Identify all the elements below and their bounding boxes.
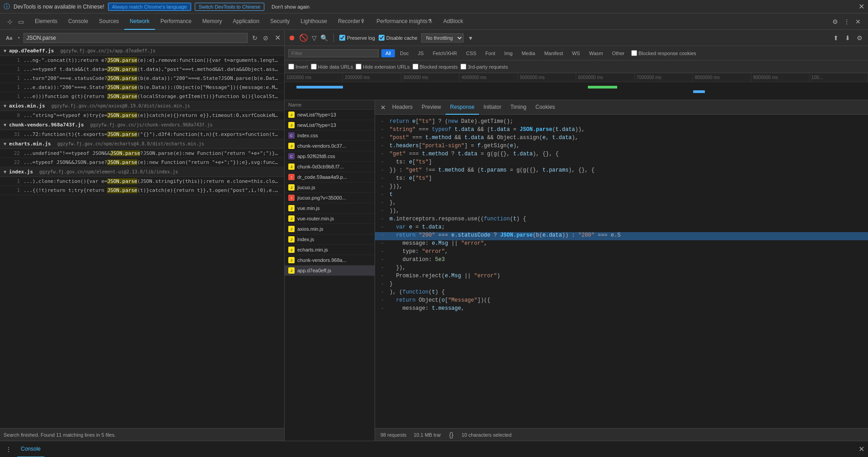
match-line[interactable]: 1 ...),clone:function(){var e=JSON.parse… xyxy=(0,177,284,186)
invert-checkbox[interactable]: Invert xyxy=(288,64,308,70)
filter-input[interactable] xyxy=(288,49,379,57)
blocked-resp-checkbox[interactable]: Blocked response cookies xyxy=(631,50,696,56)
inspect-icon[interactable]: ⊹ xyxy=(5,17,14,26)
list-item[interactable]: J vue.min.js xyxy=(285,203,375,214)
tab-elements[interactable]: Elements xyxy=(29,14,63,30)
list-item[interactable]: J axios.min.js xyxy=(285,224,375,234)
match-line[interactable]: 31 ...72:function(t){t.exports=JSON.pars… xyxy=(0,130,284,139)
filter-media-btn[interactable]: Media xyxy=(517,49,539,57)
list-item[interactable]: C index.css xyxy=(285,131,375,141)
throttle-arrow-icon[interactable]: ▾ xyxy=(467,33,474,43)
file-header-app[interactable]: ▼ app.d7ea0eff.js ggzyfw.fj.gov.cn/js/ap… xyxy=(0,46,284,56)
tab-application[interactable]: Application xyxy=(227,14,265,30)
blocked-req-checkbox[interactable]: Blocked requests xyxy=(413,64,458,70)
hide-data-urls-checkbox[interactable]: Hide data URLs xyxy=(311,64,353,70)
list-item[interactable]: J index.js xyxy=(285,234,375,245)
close-search-icon[interactable]: ✕ xyxy=(275,33,281,42)
list-item[interactable]: J newList/?type=13 xyxy=(285,110,375,120)
close-notif-icon[interactable]: ✕ xyxy=(859,2,864,11)
case-sensitive-btn[interactable]: Aa xyxy=(4,34,14,42)
record-btn[interactable]: ⏺ xyxy=(288,34,296,42)
list-item[interactable]: J echarts.min.js xyxy=(285,245,375,255)
switch-devtools-btn[interactable]: Switch DevTools to Chinese xyxy=(195,3,264,11)
match-line[interactable]: 1 ...==typeof t.data&&(t.data=JSON.parse… xyxy=(0,65,284,74)
list-item[interactable]: C app.92f62fd8.css xyxy=(285,151,375,162)
tab-network[interactable]: Network xyxy=(124,14,155,30)
code-dash: - xyxy=(379,208,386,216)
filter-ws-btn[interactable]: WS xyxy=(568,49,584,57)
list-item[interactable]: J chunk-0d3cb9b8.f7... xyxy=(285,162,375,172)
close-response-icon[interactable]: ✕ xyxy=(379,102,388,113)
list-item[interactable]: J chunk-vendors.968a... xyxy=(285,255,375,266)
rtab-cookies[interactable]: Cookies xyxy=(531,100,559,115)
dont-show-btn[interactable]: Don't show again xyxy=(268,3,313,10)
tab-console[interactable]: Console xyxy=(63,14,94,30)
console-toggle-icon[interactable]: ⋮ xyxy=(4,444,14,455)
list-item[interactable]: J newList/?type=13 xyxy=(285,120,375,131)
tab-recorder[interactable]: Recorder 🎙 xyxy=(333,14,371,30)
rtab-preview[interactable]: Preview xyxy=(417,100,446,115)
list-item[interactable]: J jiucuo.js xyxy=(285,182,375,193)
format-json-btn[interactable]: {} xyxy=(448,430,454,439)
file-header-echarts[interactable]: ▼ echarts.min.js ggzyfw.fj.gov.cn/npm/ec… xyxy=(0,139,284,149)
list-item[interactable]: I jiucuo.png?v=35000... xyxy=(285,193,375,203)
list-item[interactable]: I dr_code.59aaa4a9.p... xyxy=(285,172,375,182)
refresh-search-icon[interactable]: ↻ xyxy=(251,33,258,42)
search-input[interactable] xyxy=(23,33,248,43)
file-header-chunk[interactable]: ▼ chunk-vendors.968a743f.js ggzyfw.fj.go… xyxy=(0,120,284,130)
export-har-icon[interactable]: ⬇ xyxy=(843,33,852,43)
filter-css-btn[interactable]: CSS xyxy=(462,49,480,57)
list-item[interactable]: J vue-router.min.js xyxy=(285,214,375,224)
match-line[interactable]: 1 ...turn"200"===e.statusCode?JSON.parse… xyxy=(0,74,284,83)
filter-wasm-btn[interactable]: Wasm xyxy=(585,49,607,57)
rtab-timing[interactable]: Timing xyxy=(506,100,531,115)
file-header-axios[interactable]: ▼ axios.min.js ggzyfw.fj.gov.cn/npm/axio… xyxy=(0,101,284,111)
rtab-headers[interactable]: Headers xyxy=(388,100,417,115)
tab-memory[interactable]: Memory xyxy=(197,14,227,30)
tab-perf-insights[interactable]: Performance insights ⚗ xyxy=(371,14,438,30)
rtab-response[interactable]: Response xyxy=(446,100,479,115)
more-tabs-icon[interactable]: ⋮ xyxy=(842,16,852,27)
always-match-btn[interactable]: Always match Chrome's language xyxy=(108,3,191,11)
filter-img-btn[interactable]: Img xyxy=(500,49,516,57)
list-item-active[interactable]: J app.d7ea0eff.js xyxy=(285,266,375,276)
preserve-log-checkbox[interactable]: Preserve log xyxy=(339,35,375,41)
settings-icon[interactable]: ⚙ xyxy=(830,16,840,27)
third-party-checkbox[interactable]: 3rd-party requests xyxy=(460,64,508,70)
filter-js-btn[interactable]: JS xyxy=(414,49,428,57)
match-line[interactable]: 8 ..."string"==typeof e)try{e=JSON.parse… xyxy=(0,111,284,120)
file-header-index[interactable]: ▼ index.js ggzyfw.fj.gov.cn/npm/element-… xyxy=(0,167,284,177)
match-line[interactable]: 1 ...e)))function g(t){return JSON.parse… xyxy=(0,92,284,101)
filter-fetch-btn[interactable]: Fetch/XHR xyxy=(429,49,461,57)
clear-log-btn[interactable]: 🚫 xyxy=(299,33,308,42)
tab-performance[interactable]: Performance xyxy=(155,14,197,30)
filter-manifest-btn[interactable]: Manifest xyxy=(540,49,567,57)
tab-sources[interactable]: Sources xyxy=(94,14,124,30)
hide-ext-urls-checkbox[interactable]: Hide extension URLs xyxy=(356,64,409,70)
rtab-initiator[interactable]: Initiator xyxy=(479,100,506,115)
filter-other-btn[interactable]: Other xyxy=(608,49,629,57)
clear-search-icon[interactable]: ⊘ xyxy=(262,33,269,42)
filter-toggle-btn[interactable]: ▽ xyxy=(312,34,317,42)
device-icon[interactable]: ▭ xyxy=(16,17,26,26)
tab-lighthouse[interactable]: Lighthouse xyxy=(295,14,333,30)
match-line[interactable]: 1 ...e.data)):"200"===e.State?JSON.parse… xyxy=(0,83,284,92)
match-line[interactable]: 1 ...{(!t)return t;try{return JSON.parse… xyxy=(0,186,284,195)
search-network-btn[interactable]: 🔍 xyxy=(320,34,328,42)
import-har-icon[interactable]: ⬆ xyxy=(831,33,840,43)
filter-all-btn[interactable]: All xyxy=(381,49,395,57)
tab-adblock[interactable]: AdBlock xyxy=(438,14,469,30)
net-settings-icon[interactable]: ⚙ xyxy=(855,33,864,43)
tab-security[interactable]: Security xyxy=(265,14,295,30)
close-devtools-icon[interactable]: ✕ xyxy=(854,16,863,27)
disable-cache-checkbox[interactable]: Disable cache xyxy=(379,35,418,41)
match-line[interactable]: 1 ...ng-".concat(t));return e?JSON.parse… xyxy=(0,56,284,65)
match-line[interactable]: 22 ...undefined"!==typeof JSON&&JSON.par… xyxy=(0,149,284,158)
match-line[interactable]: 22 ...=typeof JSON&&JSON.parse?JSON.pars… xyxy=(0,158,284,167)
list-item[interactable]: J chunk-vendors.0c37... xyxy=(285,141,375,151)
tab-console-bottom[interactable]: Console xyxy=(17,441,44,457)
throttle-select[interactable]: No throttling xyxy=(421,33,464,42)
filter-font-btn[interactable]: Font xyxy=(481,49,499,57)
filter-doc-btn[interactable]: Doc xyxy=(396,49,413,57)
close-console-icon[interactable]: ✕ xyxy=(859,445,864,453)
